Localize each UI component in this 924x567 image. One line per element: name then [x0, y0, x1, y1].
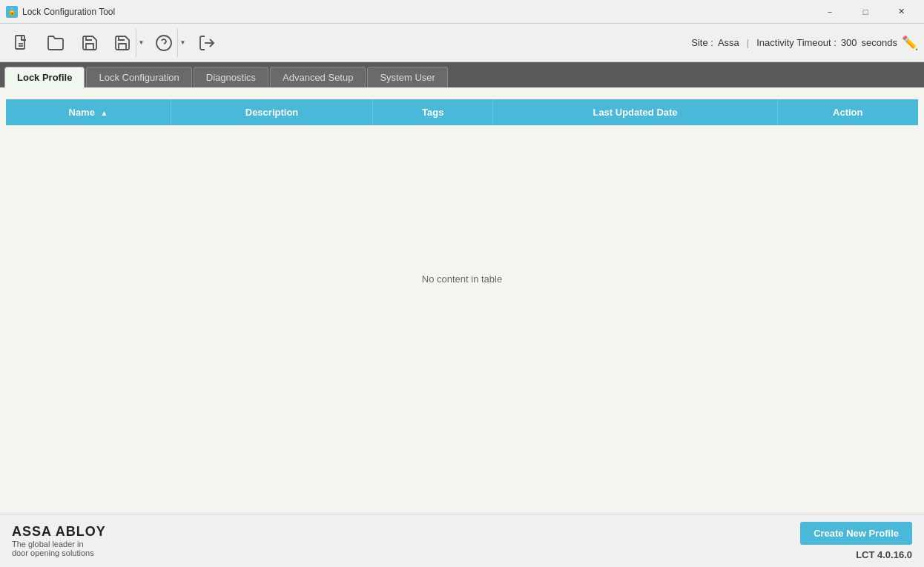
- brand-name: ASSA ABLOY: [12, 524, 106, 540]
- table-container: Name ▲ Description Tags Last Updated Dat…: [0, 87, 924, 514]
- brand-tagline-1: The global leader in: [12, 540, 106, 548]
- col-name[interactable]: Name ▲: [6, 99, 171, 125]
- title-bar: 🔒 Lock Configuration Tool − □ ✕: [0, 0, 924, 24]
- col-last-updated[interactable]: Last Updated Date: [493, 99, 777, 125]
- exit-icon: [198, 34, 216, 52]
- save-as-icon: [113, 34, 131, 52]
- tab-advanced-setup[interactable]: Advanced Setup: [270, 67, 366, 87]
- profiles-table: Name ▲ Description Tags Last Updated Dat…: [6, 99, 918, 433]
- col-tags[interactable]: Tags: [373, 99, 493, 125]
- sort-arrow-icon: ▲: [101, 109, 108, 117]
- site-value: Assa: [718, 37, 739, 48]
- help-main-icon: [151, 29, 177, 57]
- minimize-button[interactable]: −: [813, 0, 847, 24]
- col-description[interactable]: Description: [171, 99, 372, 125]
- inactivity-unit: seconds: [862, 37, 897, 48]
- tab-lock-configuration[interactable]: Lock Configuration: [86, 67, 191, 87]
- save-as-arrow-icon: ▼: [136, 29, 146, 57]
- save-button[interactable]: [74, 28, 105, 58]
- tab-diagnostics[interactable]: Diagnostics: [194, 67, 268, 87]
- help-button[interactable]: ▼: [150, 28, 188, 58]
- open-icon: [47, 34, 65, 52]
- window-controls: − □ ✕: [813, 0, 918, 24]
- table-empty-row: No content in table: [6, 125, 918, 433]
- inactivity-label: Inactivity Timeout :: [756, 37, 836, 48]
- table-header-row: Name ▲ Description Tags Last Updated Dat…: [6, 99, 918, 125]
- footer: ASSA ABLOY The global leader in door ope…: [0, 514, 924, 567]
- new-icon: [13, 34, 30, 52]
- help-icon: [155, 34, 173, 52]
- version-text: LCT 4.0.16.0: [856, 549, 912, 560]
- toolbar: ▼ ▼ Site : Assa | Inactivity Timeout : 3…: [0, 24, 924, 62]
- tab-system-user[interactable]: System User: [367, 67, 447, 87]
- app-icon: 🔒: [6, 6, 18, 18]
- save-as-button[interactable]: ▼: [108, 28, 147, 58]
- col-action[interactable]: Action: [777, 99, 918, 125]
- brand-section: ASSA ABLOY The global leader in door ope…: [12, 524, 106, 557]
- footer-right: Create New Profile LCT 4.0.16.0: [800, 522, 912, 560]
- inactivity-value: 300: [841, 37, 857, 48]
- site-label: Site :: [691, 37, 713, 48]
- toolbar-separator: |: [747, 37, 749, 48]
- svg-rect-0: [16, 36, 24, 49]
- new-button[interactable]: [6, 28, 37, 58]
- open-button[interactable]: [40, 28, 71, 58]
- tabs: Lock Profile Lock Configuration Diagnost…: [0, 62, 924, 87]
- close-button[interactable]: ✕: [884, 0, 918, 24]
- app-title: Lock Configuration Tool: [22, 7, 813, 17]
- edit-icon[interactable]: ✏️: [902, 35, 918, 51]
- exit-button[interactable]: [191, 28, 222, 58]
- help-arrow-icon: ▼: [177, 29, 188, 57]
- maximize-button[interactable]: □: [848, 0, 882, 24]
- create-new-profile-button[interactable]: Create New Profile: [800, 522, 912, 545]
- svg-point-3: [156, 36, 171, 50]
- main-content: Name ▲ Description Tags Last Updated Dat…: [0, 87, 924, 514]
- toolbar-info: Site : Assa | Inactivity Timeout : 300 s…: [691, 35, 918, 51]
- save-as-main-icon: [109, 29, 136, 57]
- brand-tagline-2: door opening solutions: [12, 548, 106, 557]
- empty-message: No content in table: [6, 125, 918, 433]
- save-icon: [81, 34, 99, 52]
- tab-lock-profile[interactable]: Lock Profile: [4, 67, 85, 87]
